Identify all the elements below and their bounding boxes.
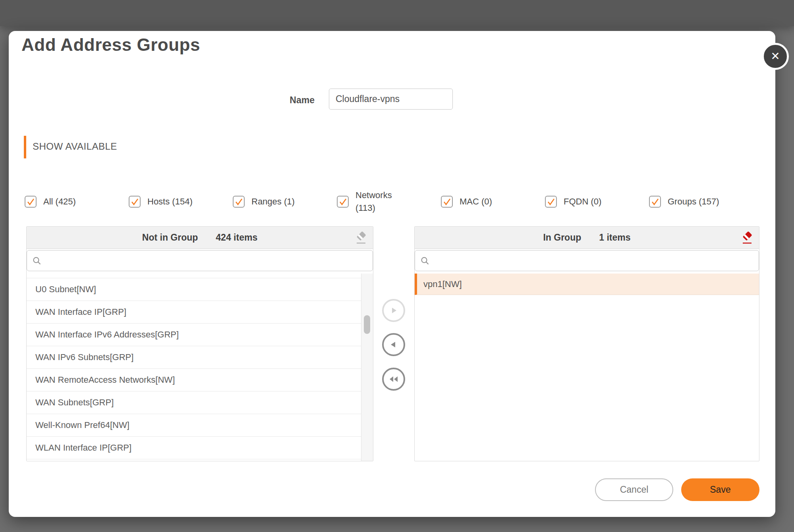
save-button[interactable]: Save [681, 478, 759, 501]
close-icon: ✕ [771, 51, 780, 62]
not-in-group-title: Not in Group [142, 232, 198, 243]
add-address-groups-dialog: Add Address Groups ✕ Name SHOW AVAILABLE… [9, 31, 775, 517]
scrollbar-track[interactable] [361, 274, 373, 461]
in-group-list: vpn1[NW] [415, 274, 759, 461]
eraser-red-icon [740, 231, 754, 245]
list-item[interactable]: WAN IPv6 Subnets[GRP] [27, 346, 361, 369]
filter-label: Ranges (1) [251, 195, 295, 208]
scrollbar-thumb[interactable] [364, 315, 370, 334]
list-item[interactable]: WAN RemoteAccess Networks[NW] [27, 369, 361, 391]
checkbox-icon[interactable] [25, 196, 37, 208]
not-in-group-panel: Not in Group 424 items [26, 226, 373, 461]
list-item[interactable]: WAN Interface IPv6 Addresses[GRP] [27, 324, 361, 346]
not-in-group-header: Not in Group 424 items [27, 227, 373, 249]
search-icon [420, 256, 430, 266]
in-group-header: In Group 1 items [415, 227, 759, 249]
filter-label: All (425) [43, 195, 76, 208]
name-input[interactable] [329, 89, 453, 110]
eraser-icon [354, 231, 368, 245]
move-to-group-button[interactable] [382, 299, 405, 322]
in-group-search-input[interactable] [434, 255, 759, 266]
filter-checkbox-ranges-1[interactable]: Ranges (1) [233, 195, 337, 208]
in-group-search [415, 250, 759, 271]
name-label: Name [223, 95, 315, 106]
list-item[interactable]: WAN Interface IP[GRP] [27, 301, 361, 324]
checkbox-icon[interactable] [129, 196, 141, 208]
filter-label: MAC (0) [460, 195, 492, 208]
checkbox-icon[interactable] [337, 196, 349, 208]
filter-checkbox-groups-157[interactable]: Groups (157) [649, 195, 753, 208]
section-title: SHOW AVAILABLE [33, 141, 117, 152]
search-icon [32, 256, 42, 266]
not-in-group-count: 424 items [216, 232, 257, 243]
remove-all-from-group-button[interactable] [382, 368, 405, 391]
checkbox-icon[interactable] [545, 196, 557, 208]
section-accent-bar [24, 136, 26, 158]
filter-label: Groups (157) [668, 195, 719, 208]
filter-checkbox-networks-113[interactable]: Networks (113) [337, 189, 441, 214]
not-in-group-search-input[interactable] [46, 255, 373, 266]
filter-checkbox-hosts-154[interactable]: Hosts (154) [129, 195, 233, 208]
list-item-selected[interactable]: vpn1[NW] [415, 274, 759, 295]
list-item[interactable]: WAN Subnets[GRP] [27, 391, 361, 414]
clear-group-button[interactable] [740, 231, 754, 245]
in-group-panel: In Group 1 items v [414, 226, 759, 461]
filter-label: Hosts (154) [147, 195, 193, 208]
in-group-count: 1 items [599, 232, 630, 243]
list-item-partial [27, 274, 361, 278]
filter-checkbox-fqdn-0[interactable]: FQDN (0) [545, 195, 649, 208]
checkbox-icon[interactable] [441, 196, 453, 208]
close-button[interactable]: ✕ [762, 43, 789, 70]
dialog-title: Add Address Groups [21, 35, 200, 55]
filter-label: FQDN (0) [564, 195, 601, 208]
arrow-left-icon [388, 339, 399, 350]
list-item[interactable]: U0 Subnet[NW] [27, 278, 361, 301]
not-in-group-search [27, 250, 373, 271]
filter-label: Networks (113) [355, 189, 397, 214]
in-group-title: In Group [543, 232, 581, 243]
screen: Add Address Groups ✕ Name SHOW AVAILABLE… [0, 0, 794, 532]
list-item[interactable]: WLAN Interface IP[GRP] [27, 437, 361, 459]
arrow-right-icon [388, 305, 399, 316]
filter-checkbox-mac-0[interactable]: MAC (0) [441, 195, 545, 208]
double-arrow-left-icon [388, 374, 399, 385]
checkbox-icon[interactable] [233, 196, 245, 208]
not-in-group-list: U0 Subnet[NW]WAN Interface IP[GRP]WAN In… [27, 274, 361, 461]
checkbox-icon[interactable] [649, 196, 661, 208]
filter-checkbox-row: All (425)Hosts (154)Ranges (1)Networks (… [25, 186, 753, 217]
remove-from-group-button[interactable] [382, 333, 405, 356]
cancel-button[interactable]: Cancel [595, 478, 673, 501]
filter-checkbox-all-425[interactable]: All (425) [25, 195, 129, 208]
list-item[interactable]: Well-Known Pref64[NW] [27, 414, 361, 437]
clear-search-button[interactable] [354, 231, 368, 245]
